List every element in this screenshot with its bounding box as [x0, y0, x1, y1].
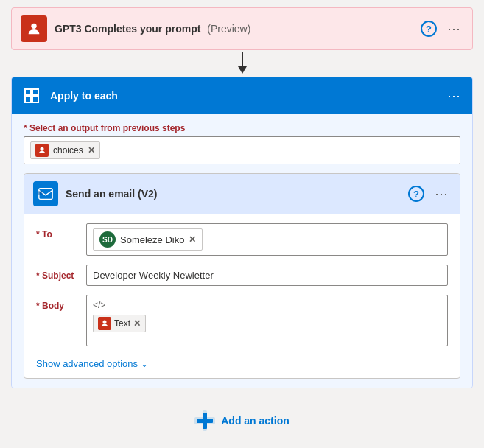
to-row: * To SD Someleze Diko ✕: [36, 223, 448, 256]
choices-tag: choices ✕: [30, 141, 100, 159]
gpt3-card: GPT3 Completes your prompt (Preview) ? ⋯: [11, 7, 473, 50]
svg-marker-2: [238, 66, 247, 74]
send-email-icon: [33, 181, 58, 206]
to-tag-remove[interactable]: ✕: [189, 234, 196, 245]
svg-point-0: [31, 24, 36, 29]
apply-each-icon: [21, 85, 43, 107]
to-label: * To: [36, 223, 80, 239]
apply-each-more-button[interactable]: ⋯: [444, 86, 463, 105]
svg-rect-9: [38, 191, 43, 195]
add-action-label: Add an action: [221, 415, 290, 427]
to-field[interactable]: SD Someleze Diko ✕: [86, 223, 448, 256]
body-text-tag-label: Text: [114, 318, 130, 329]
send-email-more-button[interactable]: ⋯: [432, 184, 451, 203]
choices-tag-remove[interactable]: ✕: [88, 145, 95, 155]
apply-each-title: Apply to each: [50, 90, 118, 102]
svg-rect-4: [32, 89, 38, 95]
select-output-label: * Select an output from previous steps: [24, 123, 460, 133]
body-content-area[interactable]: </> Text ✕: [86, 295, 448, 346]
body-label: * Body: [36, 295, 80, 311]
subject-field[interactable]: [86, 265, 448, 286]
body-text-tag: Text ✕: [93, 315, 146, 332]
subject-input[interactable]: [86, 265, 448, 286]
subject-label: * Subject: [36, 265, 80, 281]
connector-arrow: [235, 50, 250, 77]
to-tag: SD Someleze Diko ✕: [93, 228, 203, 251]
body-field[interactable]: </> Text ✕: [86, 295, 448, 346]
choices-input[interactable]: choices ✕: [24, 136, 460, 164]
gpt3-title: GPT3 Completes your prompt (Preview): [55, 23, 250, 35]
subject-row: * Subject: [36, 265, 448, 286]
gpt3-help-button[interactable]: ?: [421, 21, 437, 37]
send-email-actions: ? ⋯: [408, 184, 451, 203]
apply-each-header: Apply to each ⋯: [12, 77, 472, 114]
send-email-help-button[interactable]: ?: [408, 186, 424, 202]
apply-each-container: Apply to each ⋯ * Select an output from …: [11, 77, 473, 388]
body-row: * Body </>: [36, 295, 448, 346]
show-advanced-label: Show advanced options: [36, 358, 138, 369]
show-advanced-button[interactable]: Show advanced options ⌄: [36, 358, 148, 369]
choices-tag-icon: [35, 144, 49, 157]
svg-rect-6: [32, 97, 38, 102]
recipient-name: Someleze Diko: [120, 234, 184, 245]
gpt3-icon: [21, 15, 47, 42]
body-text-tag-icon: [98, 317, 111, 330]
gpt3-more-button[interactable]: ⋯: [444, 19, 463, 38]
to-tag-input[interactable]: SD Someleze Diko ✕: [86, 223, 448, 256]
add-action-icon: [194, 410, 215, 431]
svg-rect-14: [203, 413, 207, 429]
apply-each-body: * Select an output from previous steps c…: [12, 114, 472, 388]
body-code-hint: </>: [93, 300, 441, 310]
apply-each-actions: ⋯: [444, 86, 463, 105]
recipient-avatar: SD: [99, 231, 116, 248]
svg-point-10: [103, 321, 107, 324]
send-email-header: Send an email (V2) ? ⋯: [24, 174, 460, 214]
send-email-container: Send an email (V2) ? ⋯ * To SD: [24, 173, 460, 379]
choices-tag-label: choices: [53, 145, 83, 155]
send-email-body: * To SD Someleze Diko ✕: [24, 214, 460, 378]
send-email-title: Send an email (V2): [66, 188, 157, 200]
svg-rect-3: [25, 89, 31, 95]
svg-point-7: [41, 147, 44, 151]
chevron-down-icon: ⌄: [141, 359, 148, 369]
add-action-area[interactable]: Add an action: [194, 410, 290, 431]
body-text-tag-remove[interactable]: ✕: [133, 318, 141, 329]
add-action-button[interactable]: Add an action: [194, 410, 290, 431]
gpt3-card-actions: ? ⋯: [421, 19, 463, 38]
svg-rect-5: [25, 97, 31, 102]
